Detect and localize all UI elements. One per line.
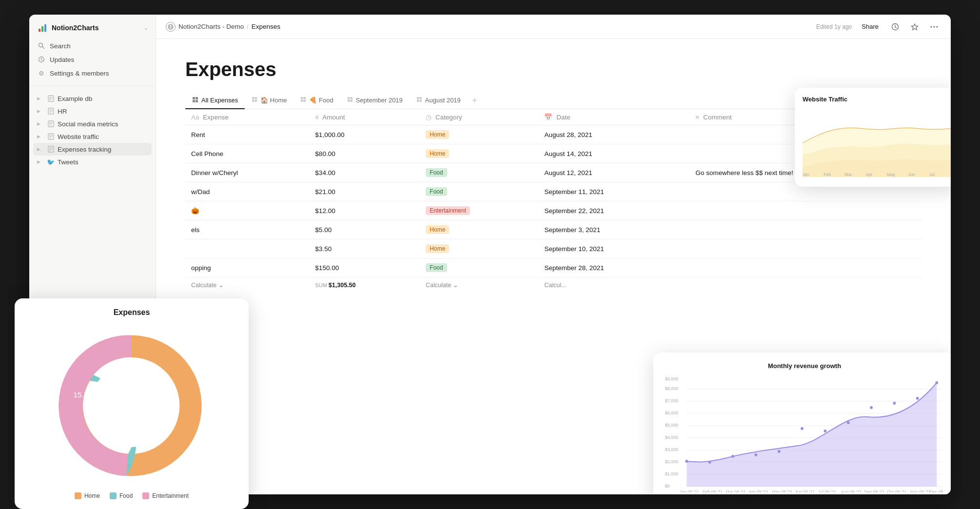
svg-text:Jul 08,'21: Jul 08,'21 (818, 489, 837, 492)
amount-cell: $21.00 (309, 182, 420, 201)
svg-rect-40 (193, 100, 195, 102)
svg-point-85 (708, 461, 711, 464)
svg-rect-42 (252, 97, 255, 99)
svg-point-94 (916, 397, 919, 400)
table-footer-row: Calculate ⌄ SUM $1,305.50 Calculate ⌄ Ca… (185, 277, 921, 293)
legend-color-food (110, 492, 117, 499)
table-row[interactable]: 🎃 $12.00 Entertainment September 22, 202… (185, 201, 921, 220)
sidebar-item-updates[interactable]: Updates (33, 53, 152, 66)
sidebar-item-search[interactable]: Search (33, 39, 152, 53)
donut-chart-svg: 83.38% 15.70% (49, 323, 215, 489)
legend-color-entertainment (142, 492, 149, 499)
svg-point-87 (754, 453, 757, 456)
search-icon (37, 41, 46, 50)
date-cell: September 10, 2021 (538, 239, 689, 258)
amount-cell: $80.00 (309, 144, 420, 163)
svg-point-95 (935, 381, 938, 384)
tab-home[interactable]: 🏠 Home (245, 93, 294, 109)
page-icon (47, 133, 55, 140)
svg-point-84 (685, 460, 688, 463)
footer-calculate3[interactable]: Calcul... (538, 277, 689, 293)
website-traffic-card: Website Traffic Jan Feb Mar Apr (795, 88, 951, 187)
amount-cell: $12.00 (309, 201, 420, 220)
tab-icon-aug (416, 97, 422, 104)
tab-september-2019[interactable]: September 2019 (340, 93, 410, 109)
comment-cell (690, 258, 921, 277)
table-row[interactable]: els $5.00 Home September 3, 2021 (185, 220, 921, 239)
svg-text:Jul: Jul (929, 172, 935, 177)
expand-icon: ▶ (37, 159, 44, 164)
tab-icon-sep (347, 97, 353, 104)
topbar-right: Edited 1y ago Share (816, 20, 941, 34)
sidebar-item-website-traffic[interactable]: ▶ Website traffic (33, 130, 152, 143)
sidebar-item-settings[interactable]: ⚙ Settings & members (33, 66, 152, 80)
expand-icon: ▶ (37, 96, 44, 101)
example-db-label: Example db (58, 95, 92, 102)
svg-rect-43 (255, 97, 257, 99)
svg-text:Jun: Jun (908, 172, 915, 177)
svg-rect-49 (304, 99, 306, 102)
footer-calculate[interactable]: Calculate ⌄ (185, 277, 309, 293)
settings-label: Settings & members (50, 70, 109, 77)
amount-cell: $1,000.00 (309, 125, 420, 144)
history-icon-button[interactable] (888, 20, 902, 34)
star-icon-button[interactable] (908, 20, 921, 34)
page-icon (47, 145, 55, 153)
footer-empty (690, 277, 921, 293)
category-cell: Home (420, 220, 538, 239)
sidebar-item-expenses-tracking[interactable]: ▶ Expenses tracking (33, 143, 152, 156)
svg-text:Oct 08,'21: Oct 08,'21 (887, 489, 907, 492)
svg-rect-38 (193, 97, 195, 99)
svg-rect-45 (255, 99, 257, 102)
svg-text:$4,000: $4,000 (665, 435, 678, 440)
footer-calculate2[interactable]: Calculate ⌄ (420, 277, 538, 293)
expense-cell: Rent (185, 125, 309, 144)
share-button[interactable]: Share (858, 21, 882, 32)
tab-food[interactable]: 🍕 Food (294, 93, 340, 109)
tab-august-2019[interactable]: August 2019 (410, 93, 468, 109)
tab-add-button[interactable]: + (468, 92, 482, 109)
table-row[interactable]: $3.50 Home September 10, 2021 (185, 239, 921, 258)
comment-cell (690, 220, 921, 239)
table-row[interactable]: opping $150.00 Food September 28, 2021 (185, 258, 921, 277)
svg-text:$0: $0 (665, 484, 670, 489)
svg-line-7 (41, 60, 43, 61)
svg-text:83.38%: 83.38% (105, 403, 142, 415)
svg-rect-55 (419, 97, 422, 99)
svg-rect-53 (350, 99, 353, 102)
category-cell: Home (420, 144, 538, 163)
date-cell: August 28, 2021 (538, 125, 689, 144)
tab-all-expenses[interactable]: All Expenses (185, 93, 245, 109)
donut-chart-wrapper: 83.38% 15.70% (26, 323, 237, 489)
date-cell: September 11, 2021 (538, 182, 689, 201)
sidebar-item-hr[interactable]: ▶ HR (33, 105, 152, 117)
amount-cell: $34.00 (309, 163, 420, 182)
expense-cell (185, 239, 309, 258)
legend-label-entertainment: Entertainment (152, 492, 189, 499)
expenses-tracking-label: Expenses tracking (58, 146, 111, 153)
col-icon-tag: ◷ (426, 114, 431, 121)
svg-point-88 (778, 450, 781, 453)
expense-cell: opping (185, 258, 309, 277)
updates-label: Updates (50, 56, 74, 63)
svg-point-93 (893, 402, 896, 405)
more-options-button[interactable] (927, 20, 941, 34)
svg-rect-54 (417, 97, 419, 99)
sidebar-item-tweets[interactable]: ▶ 🐦 Tweets (33, 156, 152, 168)
app-logo-icon (37, 22, 48, 33)
col-category: ◷ Category (420, 109, 538, 125)
revenue-card-title: Monthly revenue growth (665, 362, 944, 370)
tab-september-label: September 2019 (356, 97, 403, 104)
sidebar-item-example-db[interactable]: ▶ Example db (33, 92, 152, 105)
donut-card: Expenses 83.38% 15.70% Home Food (15, 298, 249, 509)
expense-cell: els (185, 220, 309, 239)
legend-color-home (75, 492, 81, 499)
svg-text:$1,000: $1,000 (665, 471, 678, 476)
tweets-label: Tweets (58, 158, 78, 166)
revenue-chart: $0 $1,000 $2,000 $3,000 $4,000 $5,000 $6… (665, 375, 944, 492)
traffic-chart: Jan Feb Mar Apr May Jun Jul (803, 109, 951, 177)
page-icon (47, 107, 55, 115)
svg-rect-47 (304, 97, 306, 99)
category-badge: Home (426, 149, 449, 158)
sidebar-item-social-media[interactable]: ▶ Social media metrics (33, 117, 152, 130)
